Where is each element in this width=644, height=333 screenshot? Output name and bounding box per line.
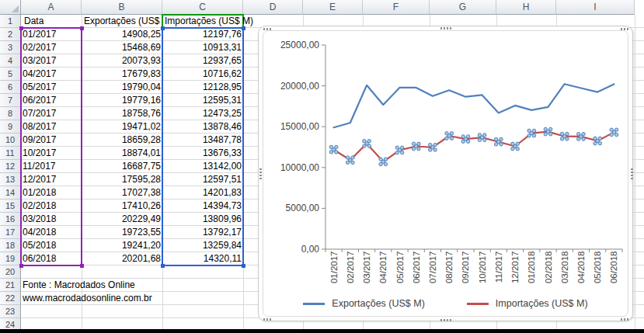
cell-B18[interactable]: 19241,20 <box>83 239 161 252</box>
cell-B15[interactable]: 17410,26 <box>83 199 161 213</box>
row-header-16[interactable]: 16 <box>0 213 21 226</box>
cell-C19[interactable]: 14320,11 <box>164 252 242 265</box>
chart-grip-bottom[interactable] <box>440 319 452 321</box>
column-header-F[interactable]: F <box>363 0 430 15</box>
cell-B11[interactable]: 18874,01 <box>83 147 161 160</box>
cell-C8[interactable]: 12473,25 <box>164 107 242 120</box>
row-header-7[interactable]: 7 <box>0 94 21 107</box>
cell-A22-url[interactable]: www.macrodadosonline.com.br <box>23 292 225 305</box>
range-resize-handle[interactable] <box>80 26 84 30</box>
row-header-17[interactable]: 17 <box>0 226 21 239</box>
column-header-E[interactable]: E <box>303 0 363 15</box>
cell-C17[interactable]: 13792,17 <box>164 226 242 239</box>
row-header-18[interactable]: 18 <box>0 239 21 252</box>
cell-C12[interactable]: 13142,00 <box>164 160 242 173</box>
row-header-6[interactable]: 6 <box>0 81 21 94</box>
cell-C10[interactable]: 13487,78 <box>164 134 242 147</box>
cell-B4[interactable]: 20073,93 <box>83 54 161 68</box>
row-header-15[interactable]: 15 <box>0 199 21 213</box>
chart-grip-right[interactable] <box>631 168 633 180</box>
chart-grip-left[interactable] <box>259 168 262 180</box>
cell-C5[interactable]: 10716,62 <box>164 68 242 81</box>
cell-B6[interactable]: 19790,04 <box>83 81 161 94</box>
row-header-11[interactable]: 11 <box>0 147 21 160</box>
row-header-8[interactable]: 8 <box>0 107 21 120</box>
cell-B19[interactable]: 20201,68 <box>83 252 161 265</box>
cell-A8[interactable]: 07/2017 <box>23 107 80 120</box>
cell-C4[interactable]: 12937,65 <box>164 54 242 68</box>
row-header-13[interactable]: 13 <box>0 173 21 186</box>
range-resize-handle[interactable] <box>242 264 245 268</box>
cell-B14[interactable]: 17027,38 <box>83 186 161 199</box>
chart-grip-top[interactable] <box>440 27 452 29</box>
column-header-D[interactable]: D <box>243 0 303 15</box>
cell-C1[interactable]: Importações (US$ M) <box>165 15 305 28</box>
column-header-A[interactable]: A <box>21 0 82 15</box>
embedded-chart[interactable]: 0,005000,0010000,0015000,0020000,0025000… <box>258 26 633 321</box>
row-header-9[interactable]: 9 <box>0 120 21 134</box>
range-resize-handle[interactable] <box>80 264 84 268</box>
cell-C16[interactable]: 13809,96 <box>164 213 242 226</box>
cell-B16[interactable]: 20229,49 <box>83 213 161 226</box>
cell-A17[interactable]: 04/2018 <box>23 226 80 239</box>
cell-A11[interactable]: 10/2017 <box>23 147 80 160</box>
cell-C2[interactable]: 12197,76 <box>164 28 242 41</box>
cell-B1[interactable]: Exportações (US$ M) <box>82 16 162 26</box>
cell-B13[interactable]: 17595,28 <box>83 173 161 186</box>
row-header-21[interactable]: 21 <box>0 279 21 292</box>
row-header-4[interactable]: 4 <box>0 54 21 68</box>
row-header-19[interactable]: 19 <box>0 252 21 265</box>
row-header-23[interactable]: 23 <box>0 305 21 318</box>
cell-A13[interactable]: 12/2017 <box>23 173 80 186</box>
cell-A18[interactable]: 05/2018 <box>23 239 80 252</box>
row-header-5[interactable]: 5 <box>0 68 21 81</box>
row-header-22[interactable]: 22 <box>0 292 21 305</box>
column-header-I[interactable]: I <box>556 0 635 15</box>
cell-A19[interactable]: 06/2018 <box>23 252 80 265</box>
cell-A3[interactable]: 02/2017 <box>23 41 80 54</box>
cell-B12[interactable]: 16687,75 <box>83 160 161 173</box>
cell-B8[interactable]: 18758,76 <box>83 107 161 120</box>
legend-item-imports[interactable]: Importações (US$ M) <box>467 298 588 309</box>
chart-grip-topleft[interactable] <box>263 28 272 30</box>
cell-A12[interactable]: 11/2017 <box>23 160 80 173</box>
chart-grip-topright[interactable] <box>621 28 629 30</box>
select-all-corner[interactable] <box>0 0 21 15</box>
cell-A15[interactable]: 02/2018 <box>23 199 80 213</box>
cell-B9[interactable]: 19471,02 <box>83 120 161 134</box>
column-header-G[interactable]: G <box>430 0 496 15</box>
cell-A16[interactable]: 03/2018 <box>23 213 80 226</box>
row-header-3[interactable]: 3 <box>0 41 21 54</box>
cell-C15[interactable]: 14394,73 <box>164 199 242 213</box>
row-header-1[interactable]: 1 <box>0 15 21 28</box>
cell-A7[interactable]: 06/2017 <box>23 94 80 107</box>
cell-A1[interactable]: Data <box>23 15 82 28</box>
cell-C9[interactable]: 13878,46 <box>164 120 242 134</box>
chart-grip-bottomright[interactable] <box>621 318 629 321</box>
cell-A6[interactable]: 05/2017 <box>23 81 80 94</box>
row-header-20[interactable]: 20 <box>0 265 21 279</box>
cell-C7[interactable]: 12595,31 <box>164 94 242 107</box>
row-header-2[interactable]: 2 <box>0 28 21 41</box>
cell-B17[interactable]: 19723,55 <box>83 226 161 239</box>
chart-grip-bottomleft[interactable] <box>263 318 272 321</box>
cell-B3[interactable]: 15468,69 <box>83 41 161 54</box>
cell-A14[interactable]: 01/2018 <box>23 186 80 199</box>
cell-A2[interactable]: 01/2017 <box>23 28 80 41</box>
cell-B10[interactable]: 18659,28 <box>83 134 161 147</box>
cell-C18[interactable]: 13259,84 <box>164 239 242 252</box>
cell-C6[interactable]: 12128,95 <box>164 81 242 94</box>
column-header-C[interactable]: C <box>162 0 243 15</box>
column-header-B[interactable]: B <box>82 0 162 15</box>
cell-B5[interactable]: 17679,83 <box>83 68 161 81</box>
cell-B2[interactable]: 14908,25 <box>83 28 161 41</box>
cell-A9[interactable]: 08/2017 <box>23 120 80 134</box>
cell-A4[interactable]: 03/2017 <box>23 54 80 68</box>
row-header-12[interactable]: 12 <box>0 160 21 173</box>
range-resize-handle[interactable] <box>161 264 165 268</box>
range-resize-handle[interactable] <box>19 264 23 268</box>
row-header-10[interactable]: 10 <box>0 134 21 147</box>
column-header-H[interactable]: H <box>496 0 556 15</box>
legend-item-exports[interactable]: Exportações (US$ M) <box>303 298 424 309</box>
range-resize-handle[interactable] <box>19 26 23 30</box>
